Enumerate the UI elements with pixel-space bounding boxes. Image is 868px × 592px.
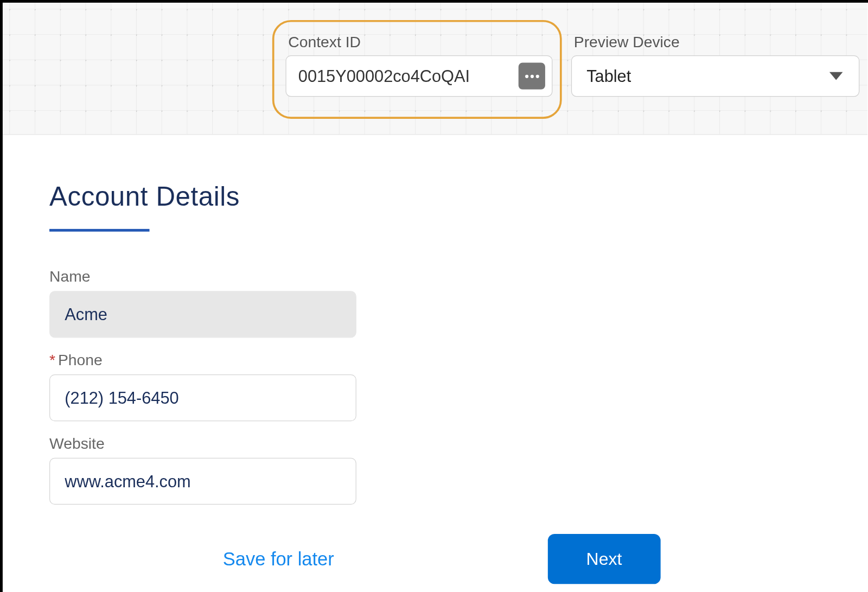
phone-label: *Phone [49, 351, 356, 369]
preview-device-value: Tablet [586, 66, 631, 86]
name-row: Name Acme [49, 268, 356, 338]
name-value: Acme [65, 304, 107, 324]
phone-input[interactable] [49, 374, 356, 421]
ellipsis-icon [530, 74, 533, 78]
context-id-input-shell [285, 55, 552, 97]
website-row: Website [49, 435, 356, 505]
preview-area: Account Details Name Acme *Phone Website… [3, 135, 867, 584]
context-id-lookup-button[interactable] [519, 63, 545, 90]
preview-device-field-group: Preview Device Tablet [571, 34, 859, 97]
website-input[interactable] [49, 458, 356, 505]
account-form: Name Acme *Phone Website [49, 268, 356, 505]
name-readonly-field: Acme [49, 291, 356, 338]
config-toolbar: Context ID Preview Device Tablet [3, 3, 867, 135]
preview-device-select[interactable]: Tablet [571, 55, 859, 97]
website-label: Website [49, 435, 356, 453]
chevron-down-icon [829, 72, 843, 80]
ellipsis-icon [535, 74, 539, 78]
context-id-label: Context ID [285, 34, 552, 52]
next-button[interactable]: Next [547, 534, 660, 584]
save-for-later-link[interactable]: Save for later [223, 548, 334, 569]
phone-row: *Phone [49, 351, 356, 421]
form-actions: Save for later Next [49, 534, 821, 584]
title-underline [49, 229, 150, 232]
ellipsis-icon [525, 74, 528, 78]
name-label: Name [49, 268, 356, 285]
context-id-field-group: Context ID [285, 34, 552, 97]
phone-label-text: Phone [58, 351, 103, 368]
preview-device-label: Preview Device [571, 34, 859, 52]
page-title: Account Details [49, 182, 821, 212]
context-id-input[interactable] [298, 66, 512, 86]
required-asterisk: * [49, 351, 55, 368]
